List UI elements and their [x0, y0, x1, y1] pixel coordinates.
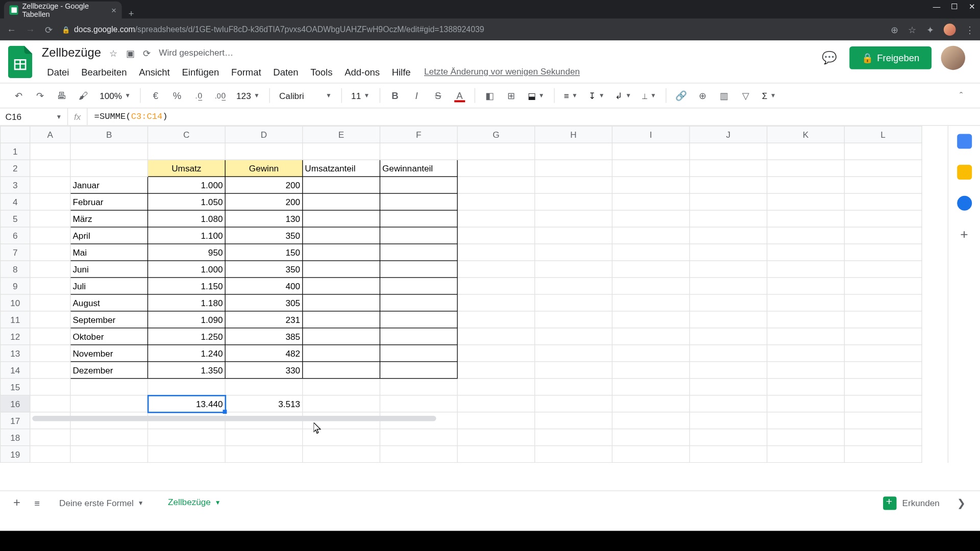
cell-E6[interactable] [303, 227, 380, 244]
cell-G18[interactable] [457, 429, 535, 446]
cell-G11[interactable] [457, 311, 535, 328]
keep-icon[interactable] [957, 165, 972, 180]
profile-avatar-small[interactable] [944, 23, 956, 36]
zoom-dropdown[interactable]: 100%▼ [95, 90, 135, 101]
menu-einfuegen[interactable]: Einfügen [177, 64, 225, 80]
number-format-dropdown[interactable]: 123▼ [232, 90, 263, 101]
cell-J10[interactable] [690, 294, 767, 311]
cell-H19[interactable] [535, 446, 612, 463]
cell-E13[interactable] [303, 345, 380, 362]
cell-F15[interactable] [380, 379, 457, 395]
zoom-icon[interactable]: ⊕ [891, 24, 899, 35]
row-header-16[interactable]: 16 [1, 395, 30, 412]
share-button[interactable]: 🔒 Freigeben [849, 46, 932, 69]
cell-D18[interactable] [225, 429, 303, 446]
cell-J14[interactable] [690, 362, 767, 379]
collapse-toolbar-button[interactable]: ˆ [952, 86, 971, 105]
cell-E18[interactable] [303, 429, 380, 446]
cell-C13[interactable]: 1.240 [148, 345, 225, 362]
cell-D3[interactable]: 200 [225, 177, 303, 193]
increase-decimal-button[interactable]: .00̲ [211, 86, 230, 105]
document-title[interactable]: Zellbezüge [42, 46, 101, 60]
cell-J17[interactable] [690, 412, 767, 429]
cell-A18[interactable] [30, 429, 70, 446]
cell-I16[interactable] [612, 395, 690, 412]
cell-K1[interactable] [767, 143, 845, 160]
cell-J9[interactable] [690, 278, 767, 294]
cell-D8[interactable]: 350 [225, 261, 303, 278]
cell-D16[interactable]: 3.513 [225, 395, 303, 412]
chrome-menu-icon[interactable]: ⋮ [965, 24, 974, 35]
row-header-12[interactable]: 12 [1, 328, 30, 345]
rotate-dropdown[interactable]: ⟂▼ [638, 90, 660, 101]
cell-D4[interactable]: 200 [225, 193, 303, 210]
filter-button[interactable]: ▽ [737, 86, 755, 105]
cell-A7[interactable] [30, 244, 70, 261]
row-header-9[interactable]: 9 [1, 278, 30, 294]
cell-G3[interactable] [457, 177, 535, 193]
cell-E2[interactable]: Umsatzanteil [303, 160, 380, 177]
row-header-2[interactable]: 2 [1, 160, 30, 177]
cell-F16[interactable] [380, 395, 457, 412]
print-button[interactable]: 🖶 [53, 86, 71, 105]
column-header-L[interactable]: L [844, 126, 922, 143]
column-header-J[interactable]: J [690, 126, 767, 143]
formula-bar[interactable]: =SUMME(C3:C14) [87, 112, 174, 122]
cell-D2[interactable]: Gewinn [225, 160, 303, 177]
add-addon-icon[interactable]: + [960, 227, 968, 242]
calendar-icon[interactable] [957, 134, 972, 148]
paint-format-button[interactable]: 🖌 [74, 86, 93, 105]
cell-I7[interactable] [612, 244, 690, 261]
cell-C16[interactable]: 13.440 [148, 395, 225, 412]
cell-A8[interactable] [30, 261, 70, 278]
column-header-F[interactable]: F [380, 126, 457, 143]
back-button[interactable]: ← [6, 24, 18, 35]
redo-button[interactable]: ↷ [31, 86, 50, 105]
cell-J1[interactable] [690, 143, 767, 160]
cell-B1[interactable] [70, 143, 148, 160]
cell-L4[interactable] [844, 193, 922, 210]
cell-I9[interactable] [612, 278, 690, 294]
row-header-5[interactable]: 5 [1, 210, 30, 227]
cell-E14[interactable] [303, 362, 380, 379]
cell-I8[interactable] [612, 261, 690, 278]
cell-J6[interactable] [690, 227, 767, 244]
cell-L11[interactable] [844, 311, 922, 328]
new-tab-button[interactable]: + [122, 8, 141, 19]
valign-dropdown[interactable]: ↧▼ [584, 90, 608, 101]
cell-F8[interactable] [380, 261, 457, 278]
cell-H5[interactable] [535, 210, 612, 227]
cell-B3[interactable]: Januar [70, 177, 148, 193]
cell-L14[interactable] [844, 362, 922, 379]
cell-J5[interactable] [690, 210, 767, 227]
cell-B9[interactable]: Juli [70, 278, 148, 294]
browser-tab[interactable]: Zellbezüge - Google Tabellen × [4, 2, 122, 19]
row-header-3[interactable]: 3 [1, 177, 30, 193]
row-header-17[interactable]: 17 [1, 412, 30, 429]
cell-B18[interactable] [70, 429, 148, 446]
cell-K3[interactable] [767, 177, 845, 193]
cell-E9[interactable] [303, 278, 380, 294]
cell-A5[interactable] [30, 210, 70, 227]
sheets-logo[interactable] [8, 46, 35, 80]
cell-D12[interactable]: 385 [225, 328, 303, 345]
cell-L19[interactable] [844, 446, 922, 463]
column-header-K[interactable]: K [767, 126, 845, 143]
column-header-D[interactable]: D [225, 126, 303, 143]
cell-G5[interactable] [457, 210, 535, 227]
row-header-15[interactable]: 15 [1, 379, 30, 395]
cell-F10[interactable] [380, 294, 457, 311]
cell-E3[interactable] [303, 177, 380, 193]
cell-B19[interactable] [70, 446, 148, 463]
italic-button[interactable]: I [407, 86, 426, 105]
cell-H11[interactable] [535, 311, 612, 328]
cell-L3[interactable] [844, 177, 922, 193]
cell-F14[interactable] [380, 362, 457, 379]
insert-comment-button[interactable]: ⊕ [693, 86, 712, 105]
cell-G10[interactable] [457, 294, 535, 311]
cell-H14[interactable] [535, 362, 612, 379]
decrease-decimal-button[interactable]: .0̲ [189, 86, 208, 105]
cell-F6[interactable] [380, 227, 457, 244]
bold-button[interactable]: B [385, 86, 404, 105]
cell-K5[interactable] [767, 210, 845, 227]
